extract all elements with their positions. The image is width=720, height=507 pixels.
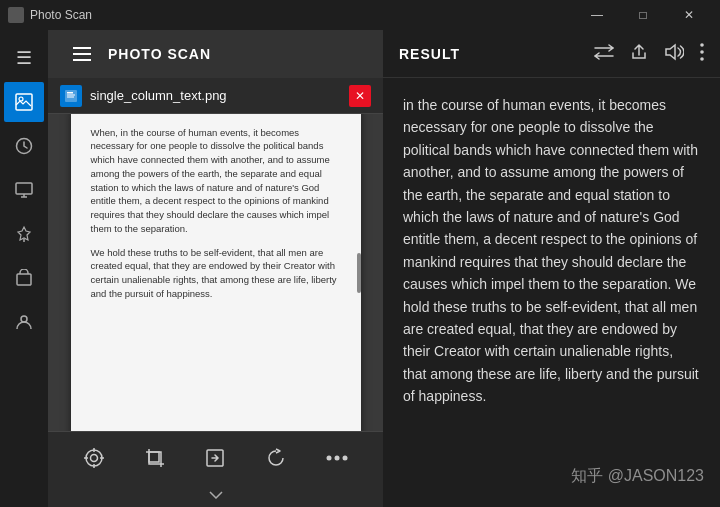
more-icon[interactable] bbox=[700, 43, 704, 65]
file-close-button[interactable]: ✕ bbox=[349, 85, 371, 107]
title-bar-controls: — □ ✕ bbox=[574, 0, 712, 30]
export-button[interactable] bbox=[197, 440, 233, 476]
watermark-text: 知乎 @JASON123 bbox=[571, 467, 704, 484]
svg-point-15 bbox=[91, 454, 98, 461]
sidebar-menu-button[interactable]: ☰ bbox=[4, 38, 44, 78]
sidebar-item-image[interactable] bbox=[4, 82, 44, 122]
file-name: single_column_text.png bbox=[90, 88, 341, 103]
result-text-area: in the course of human events, it become… bbox=[383, 78, 720, 507]
sidebar-item-box[interactable] bbox=[4, 258, 44, 298]
svg-rect-10 bbox=[65, 90, 77, 102]
svg-rect-5 bbox=[17, 274, 31, 285]
left-header: PHOTO SCAN bbox=[48, 30, 383, 78]
image-preview: When, in the course of human events, it … bbox=[48, 114, 383, 431]
svg-rect-20 bbox=[149, 452, 159, 462]
document-preview: When, in the course of human events, it … bbox=[71, 114, 361, 431]
file-tab: single_column_text.png ✕ bbox=[48, 78, 383, 114]
left-panel: PHOTO SCAN single_column_text.png ✕ When… bbox=[48, 30, 383, 507]
svg-rect-13 bbox=[67, 96, 74, 97]
result-text: in the course of human events, it become… bbox=[403, 97, 699, 404]
more-options-button[interactable] bbox=[319, 440, 355, 476]
svg-rect-11 bbox=[67, 92, 73, 94]
svg-point-6 bbox=[21, 316, 27, 322]
sidebar: ☰ bbox=[0, 30, 48, 507]
sidebar-item-pin[interactable] bbox=[4, 214, 44, 254]
svg-point-25 bbox=[700, 43, 704, 47]
document-text-2: We hold these truths to be self-evident,… bbox=[91, 246, 341, 301]
svg-point-27 bbox=[700, 57, 704, 61]
swap-icon[interactable] bbox=[594, 44, 614, 64]
document-text-1: When, in the course of human events, it … bbox=[91, 126, 341, 236]
title-bar: Photo Scan — □ ✕ bbox=[0, 0, 720, 30]
left-panel-title: PHOTO SCAN bbox=[108, 46, 211, 62]
app-title: Photo Scan bbox=[30, 8, 92, 22]
file-type-icon bbox=[60, 85, 82, 107]
svg-point-23 bbox=[334, 455, 339, 460]
right-header: RESULT bbox=[383, 30, 720, 78]
bottom-toolbar bbox=[48, 431, 383, 483]
minimize-button[interactable]: — bbox=[574, 0, 620, 30]
crop-button[interactable] bbox=[137, 440, 173, 476]
svg-point-24 bbox=[342, 455, 347, 460]
svg-rect-3 bbox=[16, 183, 32, 194]
collapse-bar[interactable] bbox=[48, 483, 383, 507]
title-bar-left: Photo Scan bbox=[8, 7, 92, 23]
result-title: RESULT bbox=[399, 46, 578, 62]
sidebar-item-monitor[interactable] bbox=[4, 170, 44, 210]
scan-button[interactable] bbox=[76, 440, 112, 476]
right-panel: RESULT bbox=[383, 30, 720, 507]
svg-point-1 bbox=[19, 97, 23, 101]
maximize-button[interactable]: □ bbox=[620, 0, 666, 30]
svg-rect-12 bbox=[67, 94, 75, 95]
left-menu-button[interactable] bbox=[64, 36, 100, 72]
svg-point-22 bbox=[326, 455, 331, 460]
app-body: ☰ bbox=[0, 30, 720, 507]
scroll-indicator bbox=[357, 253, 361, 293]
right-header-icons bbox=[594, 43, 704, 65]
close-button[interactable]: ✕ bbox=[666, 0, 712, 30]
rotate-button[interactable] bbox=[258, 440, 294, 476]
svg-point-26 bbox=[700, 50, 704, 54]
watermark: 知乎 @JASON123 bbox=[571, 466, 704, 487]
sidebar-item-person[interactable] bbox=[4, 302, 44, 342]
volume-icon[interactable] bbox=[664, 43, 684, 65]
app-icon bbox=[8, 7, 24, 23]
share-icon[interactable] bbox=[630, 43, 648, 65]
svg-point-14 bbox=[86, 450, 102, 466]
sidebar-item-clock[interactable] bbox=[4, 126, 44, 166]
